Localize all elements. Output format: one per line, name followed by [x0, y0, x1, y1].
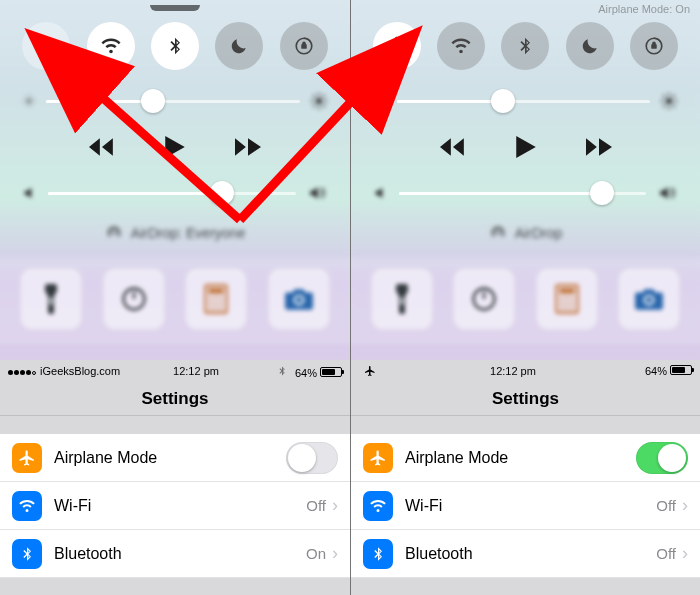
- svg-line-15: [313, 95, 315, 97]
- toggle-row: [351, 0, 700, 84]
- control-center: Airplane Mode: On: [351, 0, 700, 360]
- wifi-label: Wi-Fi: [405, 497, 442, 515]
- svg-point-37: [293, 295, 304, 306]
- airplane-mode-label: Airplane Mode: [54, 449, 157, 467]
- svg-line-18: [313, 105, 315, 107]
- airplane-icon: [363, 443, 393, 473]
- status-left: [359, 360, 381, 382]
- flashlight-button[interactable]: [371, 268, 433, 330]
- svg-point-33: [220, 302, 223, 305]
- status-bar: 12:12 pm 64%: [351, 360, 700, 382]
- settings-screen: iGeeksBlog.com 12:12 pm 64% Settings Air…: [0, 360, 350, 595]
- rotation-lock-toggle[interactable]: [630, 22, 678, 70]
- volume-slider[interactable]: [351, 176, 700, 208]
- bluetooth-value: On: [306, 545, 326, 562]
- svg-point-77: [646, 297, 652, 303]
- svg-line-55: [673, 105, 675, 107]
- svg-line-9: [25, 104, 26, 105]
- camera-button[interactable]: [268, 268, 330, 330]
- svg-rect-66: [559, 288, 574, 293]
- bluetooth-label: Bluetooth: [54, 545, 122, 563]
- airplane-mode-switch[interactable]: [286, 442, 338, 474]
- bluetooth-icon: [276, 366, 287, 377]
- svg-line-8: [32, 97, 33, 98]
- svg-line-47: [383, 97, 384, 98]
- bluetooth-toggle[interactable]: [501, 22, 549, 70]
- rewind-button[interactable]: [440, 137, 466, 157]
- calculator-button[interactable]: [536, 268, 598, 330]
- svg-point-40: [378, 99, 382, 103]
- status-right: 64%: [272, 361, 342, 381]
- svg-point-68: [565, 297, 568, 300]
- airdrop-icon: [105, 224, 123, 242]
- svg-point-34: [210, 307, 213, 310]
- timer-button[interactable]: [103, 268, 165, 330]
- svg-line-46: [383, 104, 384, 105]
- media-controls: [0, 116, 350, 176]
- settings-title: Settings: [351, 382, 700, 416]
- svg-point-21: [123, 289, 144, 310]
- brightness-high-icon: [660, 92, 678, 110]
- airplane-mode-cell[interactable]: Airplane Mode: [0, 434, 350, 482]
- calculator-button[interactable]: [185, 268, 247, 330]
- svg-point-49: [666, 98, 672, 104]
- airplane-toggle[interactable]: [22, 22, 70, 70]
- brightness-high-icon: [310, 92, 328, 110]
- bluetooth-cell[interactable]: Bluetooth Off›: [351, 530, 700, 578]
- airdrop-button[interactable]: AirDrop: [351, 208, 700, 258]
- bluetooth-icon: [363, 539, 393, 569]
- clock: 12:12 pm: [490, 365, 536, 377]
- airplane-mode-cell[interactable]: Airplane Mode: [351, 434, 700, 482]
- forward-button[interactable]: [235, 137, 261, 157]
- svg-point-38: [296, 297, 302, 303]
- volume-low-icon: [22, 185, 38, 201]
- airplane-icon: [364, 365, 376, 377]
- flashlight-button[interactable]: [20, 268, 82, 330]
- svg-line-16: [323, 105, 325, 107]
- svg-point-35: [215, 307, 218, 310]
- svg-point-76: [644, 295, 655, 306]
- svg-point-10: [316, 98, 322, 104]
- rewind-button[interactable]: [89, 137, 115, 157]
- airplane-mode-switch[interactable]: [636, 442, 688, 474]
- wifi-cell[interactable]: Wi-Fi Off›: [351, 482, 700, 530]
- svg-line-7: [32, 104, 33, 105]
- shortcut-row: [0, 258, 350, 344]
- wifi-cell[interactable]: Wi-Fi Off›: [0, 482, 350, 530]
- chevron-right-icon: ›: [682, 495, 688, 516]
- camera-button[interactable]: [618, 268, 680, 330]
- svg-line-54: [663, 95, 665, 97]
- airdrop-label: AirDrop: [515, 225, 562, 241]
- shortcut-row: [351, 258, 700, 344]
- rotation-lock-toggle[interactable]: [280, 22, 328, 70]
- dnd-toggle[interactable]: [215, 22, 263, 70]
- bluetooth-cell[interactable]: Bluetooth On›: [0, 530, 350, 578]
- airdrop-button[interactable]: AirDrop: Everyone: [0, 208, 350, 258]
- play-button[interactable]: [165, 136, 185, 158]
- svg-rect-65: [556, 285, 577, 313]
- svg-point-29: [215, 297, 218, 300]
- brightness-slider[interactable]: [0, 84, 350, 116]
- brightness-slider[interactable]: [351, 84, 700, 116]
- airdrop-icon: [489, 224, 507, 242]
- svg-rect-59: [401, 297, 404, 305]
- play-button[interactable]: [516, 136, 536, 158]
- wifi-toggle[interactable]: [87, 22, 135, 70]
- bluetooth-toggle[interactable]: [151, 22, 199, 70]
- wifi-icon: [12, 491, 42, 521]
- volume-slider[interactable]: [0, 176, 350, 208]
- airplane-toggle[interactable]: [373, 22, 421, 70]
- dnd-toggle[interactable]: [566, 22, 614, 70]
- timer-button[interactable]: [453, 268, 515, 330]
- media-controls: [351, 116, 700, 176]
- volume-high-icon: [306, 184, 328, 202]
- settings-screen: 12:12 pm 64% Settings Airplane Mode Wi-F…: [351, 360, 700, 595]
- svg-point-30: [220, 297, 223, 300]
- svg-point-71: [565, 302, 568, 305]
- forward-button[interactable]: [586, 137, 612, 157]
- wifi-toggle[interactable]: [437, 22, 485, 70]
- brightness-low-icon: [373, 94, 387, 108]
- svg-rect-20: [50, 297, 53, 305]
- wifi-value: Off: [656, 497, 676, 514]
- svg-line-48: [376, 104, 377, 105]
